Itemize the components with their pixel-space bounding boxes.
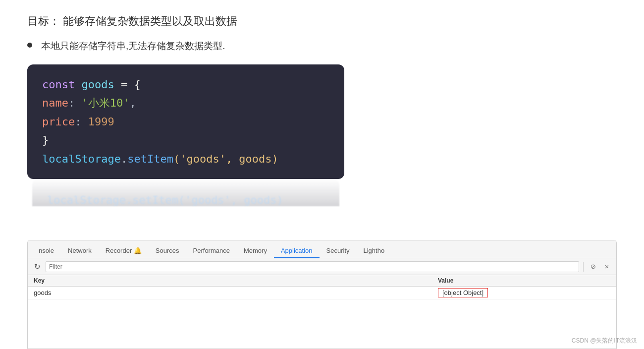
row-value: [object Object] [434,287,616,299]
table-header: Key Value [28,275,616,287]
brace-close: } [42,134,49,146]
value-badge: [object Object] [438,288,488,297]
bullet-item: 本地只能存储字符串,无法存储复杂数据类型. [27,40,617,53]
page-title: 目标： 能够存储复杂数据类型以及取出数据 [27,14,617,29]
no-icon[interactable]: ⊘ [588,261,598,272]
code-block: const goods = { name: '小米10', price: 199… [27,64,344,179]
comma-1: , [129,97,136,109]
tab-application[interactable]: Application [274,244,320,258]
devtools-tabs: nsole Network Recorder 🔔 Sources Perform… [28,240,616,258]
toolbar-divider [583,262,584,272]
table-row[interactable]: goods [object Object] [28,287,616,299]
bullet-text: 本地只能存储字符串,无法存储复杂数据类型. [41,40,225,53]
filter-input[interactable] [46,261,579,272]
devtools-toolbar: ↻ ⊘ × [28,258,616,275]
col-value-header: Value [434,277,616,284]
devtools-panel: nsole Network Recorder 🔔 Sources Perform… [27,240,617,349]
prop-price: price [42,116,75,128]
code-line-4: } [42,131,329,149]
tab-console[interactable]: nsole [32,244,61,258]
tab-sources[interactable]: Sources [149,244,186,258]
local-storage: localStorage [42,153,121,165]
bullet-dot [27,43,32,48]
code-line-2: name: '小米10', [42,94,329,112]
watermark: CSDN @失落的IT流浪汉 [572,337,637,345]
set-args: ('goods', goods) [173,153,278,165]
code-line-3: price: 1999 [42,113,329,131]
row-key: goods [28,288,434,298]
dot: . [121,153,127,165]
col-key-header: Key [28,277,434,284]
code-block-wrapper: const goods = { name: '小米10', price: 199… [27,64,344,206]
tab-lighthouse[interactable]: Lightho [357,244,392,258]
reflection-text: localStorage.setItem('goods', goods) [32,194,339,206]
colon-2: : [75,116,88,128]
code-line-1: const goods = { [42,75,329,94]
num-val: 1999 [88,116,114,128]
prop-name: name [42,97,68,109]
refresh-button[interactable]: ↻ [32,261,43,272]
var-goods: goods [75,78,114,91]
tab-recorder[interactable]: Recorder 🔔 [99,244,149,258]
string-val: '小米10' [81,97,129,109]
close-icon[interactable]: × [601,261,612,272]
tab-memory[interactable]: Memory [237,244,274,258]
code-line-5: localStorage.setItem('goods', goods) [42,150,329,168]
set-item: setItem [127,153,173,165]
devtools-table: Key Value goods [object Object] [28,275,616,349]
tab-security[interactable]: Security [320,244,357,258]
brace-open: = { [114,78,141,91]
tab-performance[interactable]: Performance [186,244,237,258]
colon-1: : [68,97,82,109]
tab-network[interactable]: Network [61,244,99,258]
keyword-const: const [42,78,75,91]
code-reflection: localStorage.setItem('goods', goods) [32,179,339,206]
